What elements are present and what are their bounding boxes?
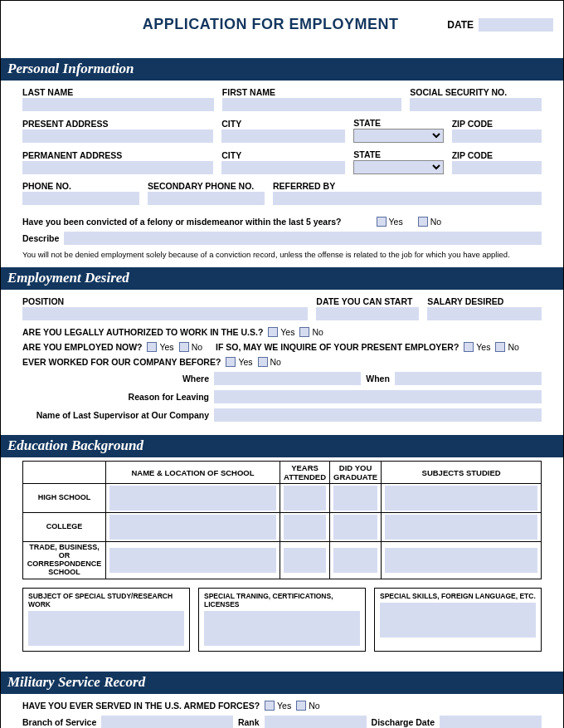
college-school-field[interactable]: [109, 515, 276, 540]
conviction-disclaimer: You will not be denied employment solely…: [22, 250, 542, 259]
city-label-1: CITY: [221, 119, 345, 129]
state-label-1: STATE: [353, 118, 443, 128]
supervisor-field[interactable]: [214, 408, 542, 422]
start-date-field[interactable]: [316, 307, 419, 320]
permanent-state-select[interactable]: [353, 160, 443, 174]
city-label-2: CITY: [221, 150, 345, 160]
when-label: When: [366, 374, 390, 384]
permanent-zip-field[interactable]: [452, 161, 542, 174]
col-years: YEARS ATTENDED: [280, 462, 330, 484]
table-row: TRADE, BUSINESS, OR CORRESPONDENCE SCHOO…: [23, 542, 542, 579]
hs-years-field[interactable]: [284, 486, 326, 511]
employed-question: ARE YOU EMPLOYED NOW?: [22, 342, 142, 352]
col-graduate: DID YOU GRADUATE: [330, 462, 382, 484]
inquire-no-checkbox[interactable]: [495, 342, 505, 352]
reason-field[interactable]: [214, 390, 542, 403]
felony-no-checkbox[interactable]: [418, 217, 428, 227]
date-field[interactable]: [479, 18, 553, 32]
present-address-field[interactable]: [22, 129, 213, 143]
worked-before-yes-checkbox[interactable]: [226, 357, 236, 367]
discharge-field[interactable]: [440, 716, 542, 728]
row-trade: TRADE, BUSINESS, OR CORRESPONDENCE SCHOO…: [23, 542, 106, 579]
felony-yes-checkbox[interactable]: [377, 217, 387, 227]
start-date-label: DATE YOU CAN START: [316, 296, 419, 306]
research-field[interactable]: [28, 611, 184, 646]
col-subjects: SUBJECTS STUDIED: [382, 462, 542, 484]
section-employment-header: Employment Desired: [1, 267, 563, 290]
date-label: DATE: [447, 19, 474, 31]
employed-yes-checkbox[interactable]: [147, 342, 157, 352]
table-row: HIGH SCHOOL: [23, 484, 542, 513]
no-label: No: [270, 357, 281, 367]
served-yes-checkbox[interactable]: [265, 701, 275, 711]
skills-field[interactable]: [380, 603, 536, 638]
position-label: POSITION: [22, 296, 308, 306]
skills-label: SPECIAL SKILLS, FOREIGN LANGUAGE, ETC.: [380, 592, 536, 600]
training-box: SPECIAL TRANING, CERTIFICATIONS, LICENSE…: [198, 588, 366, 652]
salary-field[interactable]: [427, 307, 542, 320]
hs-school-field[interactable]: [109, 486, 276, 511]
present-zip-field[interactable]: [452, 129, 542, 143]
skills-box: SPECIAL SKILLS, FOREIGN LANGUAGE, ETC.: [374, 588, 542, 652]
referred-by-field[interactable]: [273, 192, 542, 205]
no-label: No: [192, 342, 202, 352]
discharge-label: Discharge Date: [372, 717, 435, 727]
served-no-checkbox[interactable]: [296, 701, 306, 711]
ssn-label: SOCIAL SECURITY NO.: [410, 87, 542, 97]
section-education-header: Education Background: [1, 435, 563, 457]
last-name-field[interactable]: [22, 98, 214, 111]
ssn-field[interactable]: [410, 98, 542, 111]
referred-by-label: REFERRED BY: [273, 181, 542, 191]
present-city-field[interactable]: [221, 129, 345, 143]
position-field[interactable]: [22, 307, 308, 320]
worked-before-question: EVER WORKED FOR OUR COMPANY BEFORE?: [22, 357, 221, 367]
permanent-city-field[interactable]: [221, 161, 345, 174]
inquire-question: IF SO, MAY WE INQUIRE OF YOUR PRESENT EM…: [216, 342, 459, 352]
branch-field[interactable]: [101, 716, 233, 728]
present-address-label: PRESENT ADDRESS: [22, 119, 213, 129]
trade-years-field[interactable]: [284, 548, 326, 573]
section-military-header: Military Service Record: [1, 672, 563, 694]
no-label: No: [430, 217, 441, 227]
trade-school-field[interactable]: [109, 548, 276, 573]
authorized-yes-checkbox[interactable]: [268, 327, 278, 337]
first-name-label: FIRST NAME: [222, 87, 401, 97]
inquire-yes-checkbox[interactable]: [464, 342, 474, 352]
no-label: No: [508, 342, 518, 352]
worked-before-no-checkbox[interactable]: [258, 357, 268, 367]
research-label: SUBJECT OF SPECIAL STUDY/RESEARCH WORK: [28, 592, 184, 608]
authorized-question: ARE YOU LEGALLY AUTHORIZED TO WORK IN TH…: [22, 327, 263, 337]
describe-label: Describe: [22, 233, 59, 243]
present-state-select[interactable]: [353, 129, 443, 143]
last-name-label: LAST NAME: [22, 87, 214, 97]
row-college: COLLEGE: [23, 513, 106, 542]
describe-field[interactable]: [64, 232, 542, 245]
yes-label: Yes: [159, 342, 173, 352]
page-title: APPLICATION FOR EMPLOYMENT: [11, 16, 447, 33]
branch-label: Branch of Service: [22, 717, 96, 727]
first-name-field[interactable]: [222, 98, 401, 111]
rank-label: Rank: [238, 717, 260, 727]
authorized-no-checkbox[interactable]: [299, 327, 309, 337]
section-military-body: HAVE YOU EVER SERVED IN THE U.S. ARMED F…: [11, 694, 553, 728]
trade-graduate-field[interactable]: [333, 548, 377, 573]
trade-subjects-field[interactable]: [385, 548, 537, 573]
college-years-field[interactable]: [284, 515, 326, 540]
employed-no-checkbox[interactable]: [179, 342, 189, 352]
rank-field[interactable]: [265, 716, 367, 728]
salary-label: SALARY DESIRED: [427, 296, 542, 306]
section-education-body: NAME & LOCATION OF SCHOOL YEARS ATTENDED…: [11, 461, 553, 660]
secondary-phone-field[interactable]: [148, 192, 265, 205]
phone-field[interactable]: [22, 192, 139, 205]
college-subjects-field[interactable]: [385, 515, 537, 540]
yes-label: Yes: [389, 217, 403, 227]
training-field[interactable]: [204, 611, 360, 646]
yes-label: Yes: [238, 357, 252, 367]
when-field[interactable]: [395, 372, 542, 385]
where-field[interactable]: [214, 372, 361, 385]
supervisor-label: Name of Last Supervisor at Our Company: [22, 410, 209, 420]
hs-graduate-field[interactable]: [333, 486, 377, 511]
hs-subjects-field[interactable]: [385, 486, 537, 511]
permanent-address-field[interactable]: [22, 161, 213, 174]
college-graduate-field[interactable]: [333, 515, 377, 540]
